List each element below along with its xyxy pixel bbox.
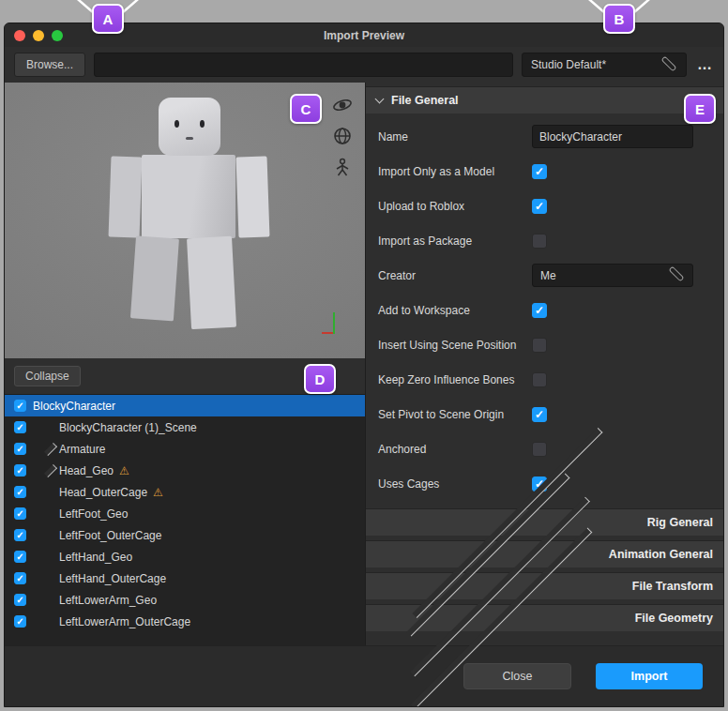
character-left-arm <box>109 156 143 237</box>
file-path-input[interactable] <box>94 53 513 77</box>
window-controls <box>5 30 63 41</box>
tree-row-leftlowerarm-geo[interactable]: LeftLowerArm_Geo <box>5 589 365 611</box>
expand-chevron-icon[interactable] <box>44 442 57 455</box>
import-as-package-checkbox[interactable] <box>532 234 547 249</box>
property-row-insert-scene-position: Insert Using Scene Position <box>366 327 723 362</box>
property-row-import-only-model: Import Only as a Model <box>366 154 723 189</box>
creator-dropdown-value: Me <box>540 269 556 282</box>
more-options-button[interactable]: … <box>695 56 714 73</box>
property-label: Creator <box>378 269 532 282</box>
close-button[interactable]: Close <box>463 663 571 689</box>
tree-item-checkbox[interactable] <box>14 572 26 584</box>
property-label: Import Only as a Model <box>378 165 532 178</box>
3d-preview-viewport[interactable] <box>5 83 365 358</box>
axis-gizmo-y <box>333 312 335 334</box>
tree-item-checkbox[interactable] <box>14 551 26 563</box>
tree-row-head-geo[interactable]: Head_Geo ⚠ <box>5 460 365 481</box>
annotation-badge-a: A <box>92 4 124 34</box>
tree-item-checkbox[interactable] <box>14 486 26 498</box>
close-window-button[interactable] <box>14 30 25 41</box>
character-torso <box>142 155 235 238</box>
annotation-badge-c: C <box>290 94 322 124</box>
property-label: Keep Zero Influence Bones <box>378 373 532 386</box>
section-rig-general[interactable]: Rig General <box>366 508 723 536</box>
name-input[interactable] <box>532 125 693 148</box>
preset-dropdown-value: Studio Default* <box>531 58 606 71</box>
tree-item-checkbox[interactable] <box>14 443 26 455</box>
zoom-window-button[interactable] <box>52 30 63 41</box>
tree-row-scene[interactable]: BlockyCharacter (1)_Scene <box>5 416 365 438</box>
tree-item-label: LeftHand_Geo <box>59 551 132 564</box>
section-title: File Transform <box>632 580 713 593</box>
property-label: Name <box>378 130 532 144</box>
warning-icon: ⚠ <box>119 465 129 477</box>
tree-item-label: BlockyCharacter <box>33 400 115 413</box>
import-button[interactable]: Import <box>596 663 703 689</box>
tree-item-label: BlockyCharacter (1)_Scene <box>59 421 197 434</box>
property-row-name: Name <box>366 119 723 154</box>
annotation-badge-e: E <box>684 94 716 124</box>
property-row-keep-zero-influence-bones: Keep Zero Influence Bones <box>366 362 723 397</box>
tree-row-leftfoot-outercage[interactable]: LeftFoot_OuterCage <box>5 524 365 546</box>
tree-item-checkbox[interactable] <box>14 464 26 477</box>
tree-item-checkbox[interactable] <box>14 421 26 433</box>
chevron-down-icon <box>661 55 677 71</box>
browse-button[interactable]: Browse... <box>14 53 85 77</box>
section-title: Animation General <box>609 548 713 561</box>
globe-icon[interactable] <box>331 125 354 147</box>
file-toolbar: Browse... Studio Default* … <box>5 47 723 83</box>
character-left-leg <box>130 235 179 321</box>
character-preview <box>110 98 271 332</box>
property-label: Upload to Roblox <box>378 200 532 213</box>
property-row-anchored: Anchored <box>366 431 723 466</box>
tree-row-leftlowerarm-outercage[interactable]: LeftLowerArm_OuterCage <box>5 611 365 632</box>
import-only-model-checkbox[interactable] <box>532 164 547 179</box>
tree-item-label: Armature <box>59 443 105 456</box>
property-label: Uses Cages <box>378 477 532 491</box>
file-general-properties: Name Import Only as a Model Upload to Ro… <box>366 113 723 508</box>
tree-item-label: LeftLowerArm_OuterCage <box>59 615 190 628</box>
section-file-general[interactable]: File General <box>366 86 723 113</box>
minimize-window-button[interactable] <box>33 30 44 41</box>
tree-item-label: LeftFoot_Geo <box>59 507 128 521</box>
set-pivot-scene-origin-checkbox[interactable] <box>532 407 547 422</box>
tree-item-label: Head_Geo <box>59 464 114 477</box>
chevron-down-icon <box>375 95 385 104</box>
section-title: Rig General <box>647 516 713 529</box>
import-hierarchy-tree: BlockyCharacter BlockyCharacter (1)_Scen… <box>5 394 365 645</box>
tree-row-armature[interactable]: Armature <box>5 438 365 460</box>
dialog-footer: Close Import <box>5 645 723 706</box>
tree-item-checkbox[interactable] <box>14 594 26 606</box>
character-right-leg <box>187 236 236 329</box>
collapsed-sections: Rig General Animation General File Trans… <box>366 508 723 631</box>
camera-orbit-icon[interactable] <box>331 94 354 116</box>
keep-zero-influence-bones-checkbox[interactable] <box>532 372 547 387</box>
collapse-button[interactable]: Collapse <box>14 366 81 386</box>
tree-item-label: LeftFoot_OuterCage <box>59 529 161 542</box>
character-right-arm <box>236 156 270 237</box>
creator-dropdown[interactable]: Me <box>532 264 693 287</box>
rig-icon[interactable] <box>331 156 354 178</box>
warning-icon: ⚠ <box>153 487 163 498</box>
tree-row-lefthand-outercage[interactable]: LeftHand_OuterCage <box>5 567 365 589</box>
viewport-toolbar <box>331 94 354 178</box>
add-to-workspace-checkbox[interactable] <box>532 303 547 318</box>
tree-item-checkbox[interactable] <box>14 400 26 412</box>
tree-item-checkbox[interactable] <box>14 615 26 628</box>
tree-item-checkbox[interactable] <box>14 507 26 520</box>
insert-scene-position-checkbox[interactable] <box>532 338 547 353</box>
annotation-badge-b: B <box>603 4 635 34</box>
tree-row-blockycharacter[interactable]: BlockyCharacter <box>5 395 365 416</box>
anchored-checkbox[interactable] <box>532 442 547 457</box>
expand-chevron-icon[interactable] <box>44 463 57 477</box>
tree-row-head-outercage[interactable]: Head_OuterCage ⚠ <box>5 481 365 503</box>
upload-to-roblox-checkbox[interactable] <box>532 199 547 214</box>
tree-item-label: LeftLowerArm_Geo <box>59 594 157 607</box>
property-row-import-as-package: Import as Package <box>366 223 723 258</box>
section-title: File Geometry <box>635 612 713 625</box>
tree-row-lefthand-geo[interactable]: LeftHand_Geo <box>5 546 365 567</box>
tree-row-leftfoot-geo[interactable]: LeftFoot_Geo <box>5 503 365 524</box>
tree-item-checkbox[interactable] <box>14 529 26 541</box>
preset-dropdown[interactable]: Studio Default* <box>522 53 687 77</box>
property-row-add-to-workspace: Add to Workspace <box>366 293 723 327</box>
